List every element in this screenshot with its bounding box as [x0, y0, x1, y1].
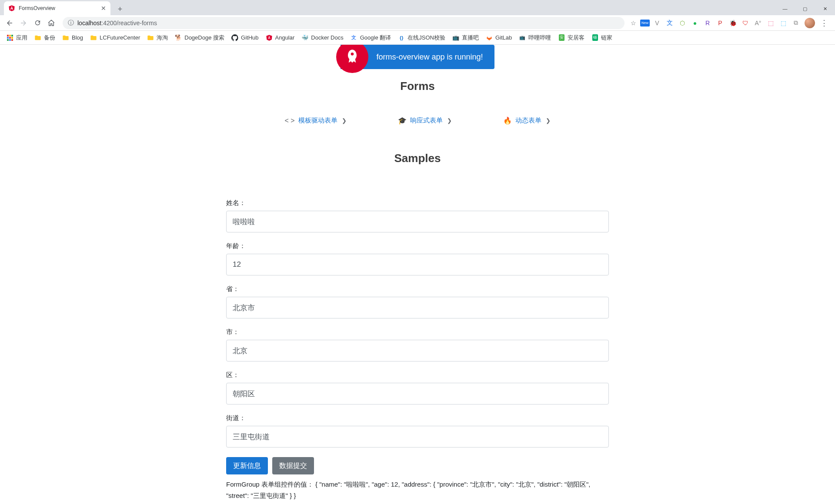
folder-icon	[147, 34, 154, 41]
form-type-link[interactable]: 🎓响应式表单❯	[398, 116, 452, 125]
bookmark-item[interactable]: GitLab	[483, 33, 515, 43]
field-label-province: 省：	[226, 285, 609, 293]
extension-icon[interactable]: R	[702, 18, 713, 28]
chevron-right-icon: ❯	[447, 117, 452, 124]
formgroup-output: FormGroup 表单组控件的值： { "name": "啦啦啦", "age…	[226, 479, 609, 501]
bookmark-label: GitHub	[241, 34, 258, 41]
extension-icon[interactable]: A°	[753, 18, 763, 28]
live-icon: 📺	[452, 34, 459, 41]
field-input-city[interactable]	[226, 340, 609, 361]
gl-icon	[486, 34, 493, 41]
gh-icon	[231, 34, 238, 41]
bookmark-label: DogeDoge 搜索	[184, 34, 224, 42]
bili-icon: 📺	[519, 34, 526, 41]
bookmark-item[interactable]: 应用	[3, 32, 30, 43]
bookmark-item[interactable]: 备份	[31, 32, 58, 43]
forward-button[interactable]	[17, 17, 30, 29]
link-label: 响应式表单	[410, 116, 443, 125]
bookmark-label: GitLab	[495, 34, 512, 41]
bookmark-item[interactable]: Angular	[263, 33, 298, 43]
dog-icon: 🐕	[175, 34, 182, 41]
extension-icon[interactable]: 🛡	[740, 18, 751, 28]
bookmark-label: Docker Docs	[311, 34, 343, 41]
forms-heading: Forms	[0, 80, 835, 93]
bookmark-label: 备份	[44, 34, 55, 42]
home-button[interactable]	[45, 17, 57, 29]
site-info-icon[interactable]: ⓘ	[68, 19, 74, 27]
back-button[interactable]	[3, 17, 16, 29]
tab-close-icon[interactable]: ✕	[101, 5, 106, 12]
field-input-district[interactable]	[226, 383, 609, 405]
bookmark-item[interactable]: 📺哔哩哔哩	[516, 32, 554, 43]
close-window-button[interactable]: ✕	[815, 2, 835, 15]
bookmark-label: LCFutureCenter	[100, 34, 140, 41]
bookmark-label: Angular	[275, 34, 295, 41]
bookmark-item[interactable]: Blog	[59, 33, 86, 43]
bookmark-item[interactable]: {}在线JSON校验	[395, 32, 448, 43]
extension-icon[interactable]: 🐞	[728, 18, 738, 28]
field-input-name[interactable]	[226, 211, 609, 232]
bookmark-label: 海淘	[157, 34, 168, 42]
bookmark-label: 哔哩哔哩	[528, 34, 551, 42]
tab-title: FormsOverview	[19, 5, 97, 11]
field-label-street: 街道：	[226, 414, 609, 422]
chrome-menu-icon[interactable]: ⋮	[817, 18, 832, 28]
anjuke-icon: 安	[558, 34, 565, 41]
link-pre-icon: < >	[284, 117, 294, 125]
address-bar[interactable]: ⓘ localhost:4200/reactive-forms	[63, 17, 625, 29]
extension-icon[interactable]: V	[652, 18, 662, 28]
extension-icon[interactable]: ⧉	[791, 18, 801, 28]
field-label-name: 姓名：	[226, 199, 609, 207]
minimize-button[interactable]: —	[775, 2, 795, 15]
bookmark-item[interactable]: 🐳Docker Docs	[298, 33, 346, 43]
bookmark-label: 链家	[601, 34, 612, 42]
bookmark-label: Google 翻译	[360, 34, 391, 42]
lianj-icon: 链	[591, 34, 598, 41]
bookmark-item[interactable]: GitHub	[228, 33, 261, 43]
bookmark-label: Blog	[72, 34, 83, 41]
rocket-icon	[336, 45, 368, 73]
reload-button[interactable]	[31, 17, 43, 29]
gt-icon: 文	[351, 34, 357, 41]
bookmark-label: 应用	[16, 34, 27, 42]
form-type-link[interactable]: < >模板驱动表单❯	[284, 116, 346, 125]
form-type-link[interactable]: 🔥动态表单❯	[503, 116, 551, 125]
extension-icon[interactable]: New	[640, 20, 650, 27]
hero-text: forms-overview app is running!	[368, 53, 494, 62]
bookmark-item[interactable]: 海淘	[144, 32, 171, 43]
field-input-street[interactable]	[226, 426, 609, 448]
extension-icon[interactable]: ⬚	[778, 18, 788, 28]
hero-banner: forms-overview app is running!	[0, 45, 835, 69]
link-label: 动态表单	[515, 116, 541, 125]
bookmark-item[interactable]: 🐕DogeDoge 搜索	[172, 32, 227, 43]
bookmark-item[interactable]: 链链家	[588, 32, 615, 43]
bookmark-item[interactable]: 安安居客	[555, 32, 588, 43]
profile-avatar[interactable]	[805, 18, 815, 28]
ng-icon	[266, 34, 273, 41]
extension-icon[interactable]: ⬡	[677, 18, 688, 28]
new-tab-button[interactable]: +	[114, 3, 126, 15]
extension-icon[interactable]: ⬚	[765, 18, 776, 28]
url-text: localhost:4200/reactive-forms	[77, 20, 157, 27]
extension-icon[interactable]: ●	[690, 18, 700, 28]
folder-icon	[62, 34, 69, 41]
field-label-district: 区：	[226, 371, 609, 379]
field-input-province[interactable]	[226, 297, 609, 318]
extension-icon[interactable]: P	[715, 18, 725, 28]
browser-tab[interactable]: FormsOverview ✕	[4, 1, 110, 15]
field-input-age[interactable]	[226, 254, 609, 275]
bookmark-item[interactable]: 📺直播吧	[449, 32, 482, 43]
bookmark-item[interactable]: LCFutureCenter	[87, 33, 143, 43]
update-button[interactable]: 更新信息	[226, 457, 268, 474]
sample-form: 姓名：年龄：省：市：区：街道： 更新信息 数据提交 FormGroup 表单组控…	[226, 199, 609, 501]
apps-icon	[7, 34, 13, 41]
json-icon: {}	[398, 34, 405, 41]
browser-title-bar: FormsOverview ✕ + — ▢ ✕	[0, 0, 835, 15]
maximize-button[interactable]: ▢	[795, 2, 815, 15]
extension-icon[interactable]: 文	[665, 18, 675, 28]
bookmark-star-icon[interactable]: ☆	[628, 18, 638, 28]
extension-icons: NewV文⬡●RP🐞🛡A°⬚⬚⧉	[640, 18, 801, 28]
folder-icon	[34, 34, 41, 41]
submit-button[interactable]: 数据提交	[272, 457, 314, 474]
bookmark-item[interactable]: 文Google 翻译	[347, 32, 394, 43]
